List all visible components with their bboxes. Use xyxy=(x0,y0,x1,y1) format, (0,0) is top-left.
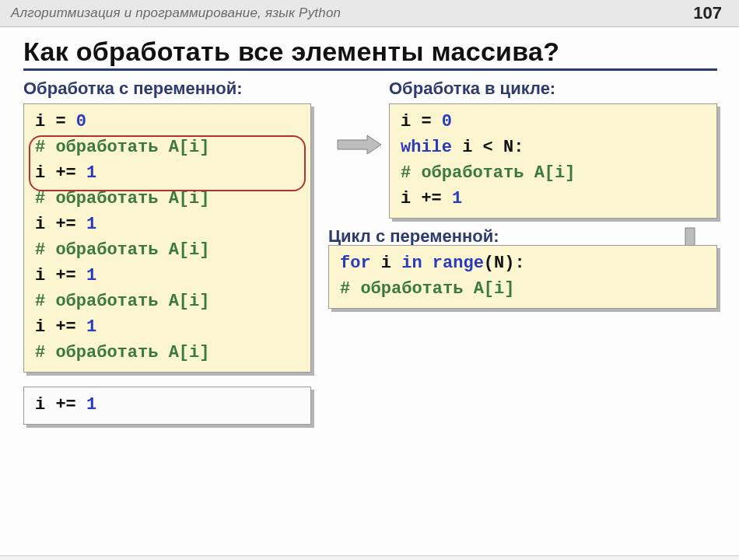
code-token: 0 xyxy=(442,112,452,131)
code-line: for i in range(N): xyxy=(340,250,706,276)
cycle-row: Цикл с переменной: xyxy=(328,226,717,247)
code-box-while: i = 0while i < N: # обработать A[i] i +=… xyxy=(389,103,717,219)
left-heading: Обработка с переменной: xyxy=(23,79,311,99)
code-line: i += 1 xyxy=(35,212,299,237)
code-line: i += 1 xyxy=(35,314,299,340)
code-token: # обработать A[i] xyxy=(35,240,209,260)
code-token: i < N: xyxy=(452,138,524,157)
code-token: # обработать A[i] xyxy=(401,163,575,183)
code-token: i += xyxy=(35,317,86,337)
code-token xyxy=(422,254,433,273)
code-token: # обработать A[i] xyxy=(35,138,209,157)
code-line: i = 0 xyxy=(401,109,706,135)
code-token: 1 xyxy=(452,189,462,208)
code-box-extra: i += 1 xyxy=(23,387,311,425)
code-token: in xyxy=(401,254,422,273)
code-token: i += xyxy=(35,163,86,183)
right-heading-1: Обработка в цикле: xyxy=(389,79,717,99)
code-line: i += 1 xyxy=(401,186,706,212)
code-line: # обработать A[i] xyxy=(35,340,299,366)
code-token: # обработать A[i] xyxy=(340,279,514,299)
breadcrumb: Алгоритмизация и программирование, язык … xyxy=(11,5,341,21)
columns: Обработка с переменной: i = 0# обработат… xyxy=(23,79,717,425)
right-column: Обработка в цикле: i = 0while i < N: # о… xyxy=(328,79,717,425)
code-token: while xyxy=(401,138,452,157)
code-line: # обработать A[i] xyxy=(35,237,299,263)
right-heading-2: Цикл с переменной: xyxy=(328,226,499,247)
content: Как обработать все элементы массива? Обр… xyxy=(0,27,739,432)
code-line: i += 1 xyxy=(35,263,299,289)
code-token: 1 xyxy=(86,163,96,183)
topbar: Алгоритмизация и программирование, язык … xyxy=(0,0,739,27)
code-token: # обработать A[i] xyxy=(35,292,209,311)
code-token: # обработать A[i] xyxy=(35,189,209,208)
code-token: i += xyxy=(35,395,86,415)
code-token: i += xyxy=(35,266,86,285)
code-box-variable: i = 0# обработать A[i]i += 1# обработать… xyxy=(23,103,311,373)
code-token: 1 xyxy=(86,266,96,285)
code-token: (N): xyxy=(484,254,525,273)
code-line: # обработать A[i] xyxy=(340,276,706,302)
code-line: while i < N: xyxy=(401,135,706,160)
code-token: i = xyxy=(35,112,76,131)
arrow-right-icon xyxy=(336,133,383,159)
code-token: i = xyxy=(401,112,442,131)
svg-marker-0 xyxy=(338,135,381,154)
bottom-bar xyxy=(0,555,739,560)
code-line: # обработать A[i] xyxy=(35,186,299,212)
code-token: 1 xyxy=(86,395,96,415)
code-token: 1 xyxy=(86,317,96,337)
code-token: range xyxy=(433,254,484,273)
code-token: i += xyxy=(35,215,86,234)
page-number: 107 xyxy=(693,3,730,23)
code-line: i += 1 xyxy=(35,160,299,186)
slide: Алгоритмизация и программирование, язык … xyxy=(0,0,739,560)
page-title: Как обработать все элементы массива? xyxy=(23,37,717,71)
code-line: # обработать A[i] xyxy=(35,135,299,160)
code-token: # обработать A[i] xyxy=(35,343,209,362)
code-line: i += 1 xyxy=(35,392,299,418)
code-line: # обработать A[i] xyxy=(35,289,299,314)
code-token: i += xyxy=(401,189,452,208)
code-token: 1 xyxy=(86,215,96,234)
code-box-for: for i in range(N): # обработать A[i] xyxy=(328,245,717,309)
left-column: Обработка с переменной: i = 0# обработат… xyxy=(23,79,311,425)
code-line: # обработать A[i] xyxy=(401,160,706,186)
arrow-cell xyxy=(336,79,383,159)
code-token: 0 xyxy=(76,112,86,131)
code-token: i xyxy=(371,254,402,273)
right-row-1: Обработка в цикле: i = 0while i < N: # о… xyxy=(328,79,717,219)
code-token: for xyxy=(340,254,371,273)
code-line: i = 0 xyxy=(35,109,299,135)
